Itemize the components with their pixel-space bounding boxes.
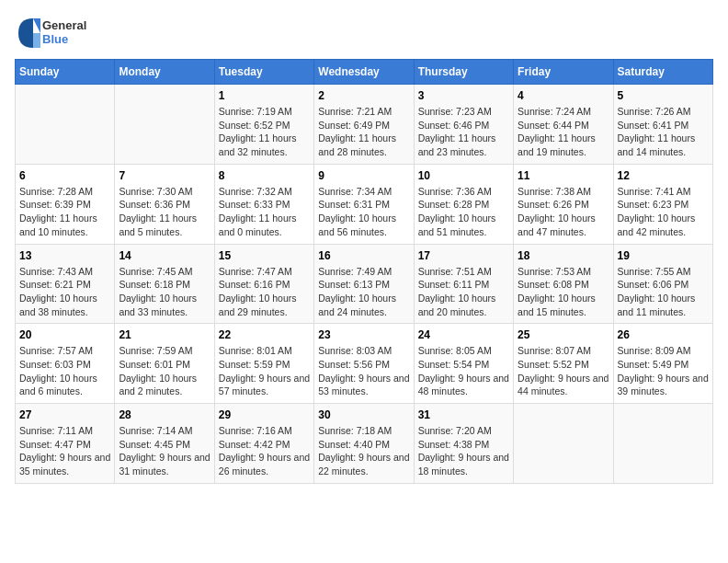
day-detail: Sunrise: 7:47 AM Sunset: 6:16 PM Dayligh… — [219, 265, 310, 319]
calendar-week-row: 20Sunrise: 7:57 AM Sunset: 6:03 PM Dayli… — [16, 324, 713, 404]
day-header-monday: Monday — [115, 60, 214, 85]
calendar-cell: 18Sunrise: 7:53 AM Sunset: 6:08 PM Dayli… — [514, 244, 613, 324]
calendar-cell: 21Sunrise: 7:59 AM Sunset: 6:01 PM Dayli… — [115, 324, 214, 404]
day-detail: Sunrise: 7:57 AM Sunset: 6:03 PM Dayligh… — [19, 344, 110, 398]
day-header-wednesday: Wednesday — [314, 60, 414, 85]
calendar-cell: 27Sunrise: 7:11 AM Sunset: 4:47 PM Dayli… — [16, 404, 115, 484]
day-number: 31 — [418, 408, 509, 421]
day-number: 14 — [119, 249, 210, 262]
day-detail: Sunrise: 7:41 AM Sunset: 6:23 PM Dayligh… — [618, 185, 709, 239]
day-detail: Sunrise: 7:45 AM Sunset: 6:18 PM Dayligh… — [119, 265, 210, 319]
day-number: 7 — [119, 169, 210, 182]
calendar-cell: 11Sunrise: 7:38 AM Sunset: 6:26 PM Dayli… — [514, 164, 613, 244]
day-number: 15 — [219, 249, 310, 262]
day-detail: Sunrise: 7:28 AM Sunset: 6:39 PM Dayligh… — [19, 185, 110, 239]
calendar-cell: 13Sunrise: 7:43 AM Sunset: 6:21 PM Dayli… — [16, 244, 115, 324]
day-detail: Sunrise: 7:19 AM Sunset: 6:52 PM Dayligh… — [219, 105, 310, 159]
day-detail: Sunrise: 7:38 AM Sunset: 6:26 PM Dayligh… — [518, 185, 609, 239]
calendar-cell: 25Sunrise: 8:07 AM Sunset: 5:52 PM Dayli… — [514, 324, 613, 404]
day-number: 2 — [318, 89, 409, 102]
day-number: 18 — [518, 249, 609, 262]
day-detail: Sunrise: 7:43 AM Sunset: 6:21 PM Dayligh… — [19, 265, 110, 319]
calendar-cell: 12Sunrise: 7:41 AM Sunset: 6:23 PM Dayli… — [613, 164, 712, 244]
day-number: 6 — [19, 169, 110, 182]
day-detail: Sunrise: 7:32 AM Sunset: 6:33 PM Dayligh… — [219, 185, 310, 239]
day-number: 16 — [318, 249, 409, 262]
day-detail: Sunrise: 7:30 AM Sunset: 6:36 PM Dayligh… — [119, 185, 210, 239]
day-number: 12 — [618, 169, 709, 182]
calendar-week-row: 1Sunrise: 7:19 AM Sunset: 6:52 PM Daylig… — [16, 85, 713, 165]
calendar-cell — [514, 404, 613, 484]
day-number: 28 — [119, 408, 210, 421]
day-number: 25 — [518, 328, 609, 341]
day-detail: Sunrise: 7:21 AM Sunset: 6:49 PM Dayligh… — [318, 105, 409, 159]
day-detail: Sunrise: 7:51 AM Sunset: 6:11 PM Dayligh… — [418, 265, 509, 319]
calendar-cell: 7Sunrise: 7:30 AM Sunset: 6:36 PM Daylig… — [115, 164, 214, 244]
day-number: 26 — [618, 328, 709, 341]
calendar-cell: 24Sunrise: 8:05 AM Sunset: 5:54 PM Dayli… — [414, 324, 513, 404]
calendar-cell: 8Sunrise: 7:32 AM Sunset: 6:33 PM Daylig… — [214, 164, 313, 244]
day-number: 11 — [518, 169, 609, 182]
day-detail: Sunrise: 8:09 AM Sunset: 5:49 PM Dayligh… — [618, 344, 709, 398]
svg-text:Blue: Blue — [42, 32, 68, 46]
day-detail: Sunrise: 7:59 AM Sunset: 6:01 PM Dayligh… — [119, 344, 210, 398]
calendar-cell: 4Sunrise: 7:24 AM Sunset: 6:44 PM Daylig… — [514, 85, 613, 165]
day-header-thursday: Thursday — [414, 60, 513, 85]
calendar-cell: 26Sunrise: 8:09 AM Sunset: 5:49 PM Dayli… — [613, 324, 712, 404]
logo-svg: GeneralBlue — [15, 15, 88, 52]
logo: GeneralBlue — [15, 15, 88, 52]
calendar-cell: 20Sunrise: 7:57 AM Sunset: 6:03 PM Dayli… — [16, 324, 115, 404]
calendar-cell — [115, 85, 214, 165]
calendar-header-row: SundayMondayTuesdayWednesdayThursdayFrid… — [16, 60, 713, 85]
day-number: 27 — [19, 408, 110, 421]
day-detail: Sunrise: 8:01 AM Sunset: 5:59 PM Dayligh… — [219, 344, 310, 398]
calendar-cell: 16Sunrise: 7:49 AM Sunset: 6:13 PM Dayli… — [314, 244, 414, 324]
calendar-week-row: 13Sunrise: 7:43 AM Sunset: 6:21 PM Dayli… — [16, 244, 713, 324]
day-detail: Sunrise: 7:36 AM Sunset: 6:28 PM Dayligh… — [418, 185, 509, 239]
day-detail: Sunrise: 7:14 AM Sunset: 4:45 PM Dayligh… — [119, 424, 210, 478]
calendar-cell — [613, 404, 712, 484]
day-number: 13 — [19, 249, 110, 262]
day-detail: Sunrise: 7:53 AM Sunset: 6:08 PM Dayligh… — [518, 265, 609, 319]
day-number: 23 — [318, 328, 409, 341]
day-detail: Sunrise: 7:55 AM Sunset: 6:06 PM Dayligh… — [618, 265, 709, 319]
calendar-cell: 17Sunrise: 7:51 AM Sunset: 6:11 PM Dayli… — [414, 244, 513, 324]
day-number: 20 — [19, 328, 110, 341]
svg-text:General: General — [42, 18, 86, 32]
day-detail: Sunrise: 8:07 AM Sunset: 5:52 PM Dayligh… — [518, 344, 609, 398]
day-number: 8 — [219, 169, 310, 182]
day-number: 21 — [119, 328, 210, 341]
day-header-friday: Friday — [514, 60, 613, 85]
day-number: 5 — [618, 89, 709, 102]
day-number: 22 — [219, 328, 310, 341]
day-detail: Sunrise: 7:18 AM Sunset: 4:40 PM Dayligh… — [318, 424, 409, 478]
calendar-cell: 19Sunrise: 7:55 AM Sunset: 6:06 PM Dayli… — [613, 244, 712, 324]
day-number: 24 — [418, 328, 509, 341]
calendar-cell: 14Sunrise: 7:45 AM Sunset: 6:18 PM Dayli… — [115, 244, 214, 324]
day-detail: Sunrise: 8:05 AM Sunset: 5:54 PM Dayligh… — [418, 344, 509, 398]
day-detail: Sunrise: 7:11 AM Sunset: 4:47 PM Dayligh… — [19, 424, 110, 478]
calendar-cell: 23Sunrise: 8:03 AM Sunset: 5:56 PM Dayli… — [314, 324, 414, 404]
day-detail: Sunrise: 7:16 AM Sunset: 4:42 PM Dayligh… — [219, 424, 310, 478]
day-detail: Sunrise: 7:24 AM Sunset: 6:44 PM Dayligh… — [518, 105, 609, 159]
calendar-cell: 15Sunrise: 7:47 AM Sunset: 6:16 PM Dayli… — [214, 244, 313, 324]
calendar-cell: 9Sunrise: 7:34 AM Sunset: 6:31 PM Daylig… — [314, 164, 414, 244]
day-number: 4 — [518, 89, 609, 102]
day-number: 1 — [219, 89, 310, 102]
day-detail: Sunrise: 8:03 AM Sunset: 5:56 PM Dayligh… — [318, 344, 409, 398]
day-number: 29 — [219, 408, 310, 421]
day-number: 19 — [618, 249, 709, 262]
calendar-cell — [16, 85, 115, 165]
calendar-week-row: 6Sunrise: 7:28 AM Sunset: 6:39 PM Daylig… — [16, 164, 713, 244]
day-header-saturday: Saturday — [613, 60, 712, 85]
calendar-cell: 2Sunrise: 7:21 AM Sunset: 6:49 PM Daylig… — [314, 85, 414, 165]
day-number: 3 — [418, 89, 509, 102]
day-number: 9 — [318, 169, 409, 182]
day-detail: Sunrise: 7:23 AM Sunset: 6:46 PM Dayligh… — [418, 105, 509, 159]
calendar-cell: 3Sunrise: 7:23 AM Sunset: 6:46 PM Daylig… — [414, 85, 513, 165]
day-header-sunday: Sunday — [16, 60, 115, 85]
day-detail: Sunrise: 7:20 AM Sunset: 4:38 PM Dayligh… — [418, 424, 509, 478]
day-detail: Sunrise: 7:34 AM Sunset: 6:31 PM Dayligh… — [318, 185, 409, 239]
calendar-cell: 22Sunrise: 8:01 AM Sunset: 5:59 PM Dayli… — [214, 324, 313, 404]
calendar-cell: 10Sunrise: 7:36 AM Sunset: 6:28 PM Dayli… — [414, 164, 513, 244]
